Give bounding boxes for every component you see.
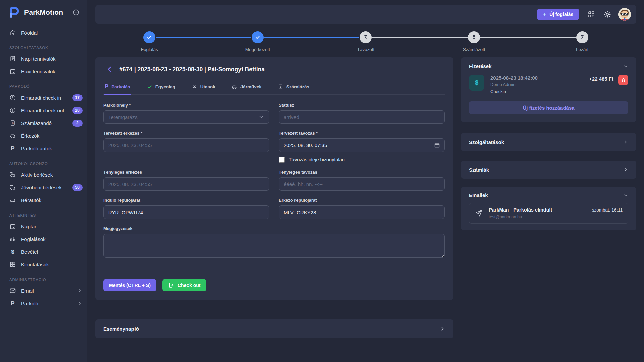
sidebar-item-fooldal[interactable]: Főoldal (0, 26, 87, 39)
tab-label: Számlázás (286, 84, 309, 89)
daily-tasks-icon (9, 55, 16, 62)
back-button[interactable] (106, 65, 114, 73)
sidebar-item-jovobeni-berlesek[interactable]: Jövőbeni bérlések 50 (0, 181, 87, 194)
dollar-icon: $ (9, 248, 16, 255)
field-label: Induló repülőjárat (103, 198, 269, 203)
planned-departure-input[interactable] (279, 138, 445, 152)
sidebar-item-parkolo-autok[interactable]: P Parkoló autók (0, 142, 87, 155)
invoice-icon: $ (278, 84, 283, 90)
sidebar-item-label: Elmaradt check in (21, 95, 72, 101)
sidebar-item-label: Bérautók (21, 197, 83, 203)
svg-text:$: $ (280, 85, 281, 88)
invoices-panel[interactable]: Számlák (461, 161, 636, 179)
tab-szamlazas[interactable]: $ Számlázás (277, 80, 310, 94)
apps-widget-button[interactable] (587, 10, 595, 18)
add-payment-button[interactable]: Új fizetés hozzáadása (469, 101, 628, 114)
step-label: Foglalás (141, 47, 158, 52)
sidebar-item-aktiv-berlesek[interactable]: Aktív bérlések (0, 168, 87, 181)
departure-uncertain-row: Távozás ideje bizonytalan (279, 157, 445, 163)
chevron-right-icon (623, 167, 628, 172)
planned-arrival-input[interactable]: 2025. 08. 23. 04:55 (103, 138, 269, 152)
sidebar-section-autokolcsonzo: AUTÓKÖLCSÖNZŐ (0, 155, 87, 168)
sidebar-item-label: Havi tennivalók (21, 69, 83, 74)
tab-label: Parkolás (111, 84, 130, 89)
sidebar-item-kimutatasok[interactable]: Kimutatások (0, 258, 87, 271)
sidebar-item-erkezok[interactable]: Érkezők (0, 129, 87, 142)
step-foglalas: Foglalás (95, 31, 204, 52)
field-label: Státusz (279, 103, 445, 108)
tab-jarmuvek[interactable]: Járművek (231, 80, 262, 94)
sidebar-item-foglalasok[interactable]: Foglalások (0, 233, 87, 245)
sidebar-item-label: Elmaradt check out (21, 108, 72, 113)
tab-utasok[interactable]: Utasok (191, 80, 216, 94)
step-szamlazott: Számlázott (420, 31, 528, 52)
email-item[interactable]: ParkMan - Parkolás elindult szombat, 16:… (469, 203, 628, 224)
sidebar-item-bevetel[interactable]: $ Bevétel (0, 245, 87, 258)
checkout-button[interactable]: Check out (162, 279, 206, 291)
departing-flight-input[interactable] (103, 205, 269, 219)
booking-card: #674 | 2025-08-23 - 2025-08-30 | Pál-Som… (95, 57, 453, 300)
calendar-icon[interactable] (434, 142, 440, 148)
actual-arrival-value: 2025. 08. 23. 04:55 (108, 181, 264, 187)
chevron-down-icon (258, 114, 264, 120)
arriving-flight-input[interactable] (279, 205, 445, 219)
step-pending-circle (468, 31, 480, 43)
tab-egyenleg[interactable]: Egyenleg (146, 80, 176, 94)
sidebar-item-label: Kimutatások (21, 262, 83, 267)
car-icon (9, 132, 16, 139)
parking-place-select[interactable]: Teremgarázs (103, 110, 269, 124)
sidebar-item-napi-tennivalok[interactable]: Napi tennivalók (0, 52, 87, 65)
sidebar-item-label: Bevétel (21, 249, 83, 255)
services-panel[interactable]: Szolgáltatások (461, 133, 636, 151)
theme-toggle-button[interactable] (603, 10, 611, 18)
sidebar-item-parkolo-admin[interactable]: P Parkoló (0, 297, 87, 310)
parkmotion-logo-icon (7, 6, 20, 19)
sidebar-toggle-button[interactable] (72, 8, 80, 17)
hourglass-icon (471, 35, 477, 40)
emails-panel: Emailek ParkMan - Parkolás elindult szom… (461, 187, 636, 230)
actual-arrival-input[interactable]: 2025. 08. 23. 04:55 (103, 177, 269, 191)
send-icon (475, 209, 483, 217)
svg-text:$: $ (12, 121, 14, 125)
sidebar-section-adminisztracio: ADMINISZTRÁCIÓ (0, 271, 87, 284)
departure-uncertain-label[interactable]: Távozás ideje bizonytalan (289, 157, 345, 162)
alert-icon (9, 107, 16, 114)
sidebar-item-elmaradt-check-out[interactable]: Elmaradt check out 20 (0, 104, 87, 117)
notes-textarea[interactable] (103, 234, 445, 258)
check-icon (255, 34, 261, 40)
app-root: ParkMotion Főoldal SZOLGÁLTATÁSOK Napi t… (0, 0, 644, 362)
payment-dollar-icon: $ (469, 75, 484, 90)
home-icon (9, 29, 16, 36)
main-area: + Új foglalás (87, 0, 644, 362)
tab-label: Egyenleg (155, 84, 175, 89)
tab-parkolas[interactable]: P Parkolás (104, 80, 131, 94)
sidebar-item-label: Jövőbeni bérlések (21, 185, 72, 190)
user-avatar[interactable] (618, 8, 631, 21)
sidebar-item-szamlazando[interactable]: $ Számlázandó 2 (0, 117, 87, 129)
step-pending-circle (576, 31, 588, 43)
sidebar-item-label: Érkezők (21, 133, 83, 139)
trash-icon (621, 77, 626, 83)
sidebar-item-email[interactable]: Email (0, 284, 87, 297)
new-booking-button[interactable]: + Új foglalás (537, 9, 579, 20)
departure-uncertain-checkbox[interactable] (279, 157, 285, 163)
emails-panel-header[interactable]: Emailek (469, 192, 628, 198)
sidebar-item-berautok[interactable]: Bérautók (0, 194, 87, 206)
payments-panel-header[interactable]: Fizetések (469, 63, 628, 69)
sidebar-item-naptar[interactable]: Naptár (0, 220, 87, 233)
payments-panel: Fizetések $ 2025-08-23 18:42:00 Demo Adm… (461, 57, 636, 122)
actual-departure-input[interactable]: éééé. hh. nn. --:-- (279, 177, 445, 191)
parking-icon: P (9, 145, 16, 152)
target-icon (72, 9, 80, 16)
sidebar-item-elmaradt-check-in[interactable]: Elmaradt check in 17 (0, 91, 87, 104)
sidebar: ParkMotion Főoldal SZOLGÁLTATÁSOK Napi t… (0, 0, 87, 362)
delete-payment-button[interactable] (618, 75, 628, 85)
side-panels: Fizetések $ 2025-08-23 18:42:00 Demo Adm… (461, 57, 636, 230)
save-button[interactable]: Mentés (CTRL + S) (103, 279, 156, 291)
services-title: Szolgáltatások (469, 139, 504, 145)
field-label: Tervezett érkezés * (103, 131, 269, 136)
sidebar-item-label: Számlázandó (21, 120, 72, 126)
booking-column: #674 | 2025-08-23 - 2025-08-30 | Pál-Som… (95, 57, 453, 338)
sidebar-item-havi-tennivalok[interactable]: Havi tennivalók (0, 65, 87, 78)
event-log-accordion[interactable]: Eseménynapló (95, 319, 453, 338)
